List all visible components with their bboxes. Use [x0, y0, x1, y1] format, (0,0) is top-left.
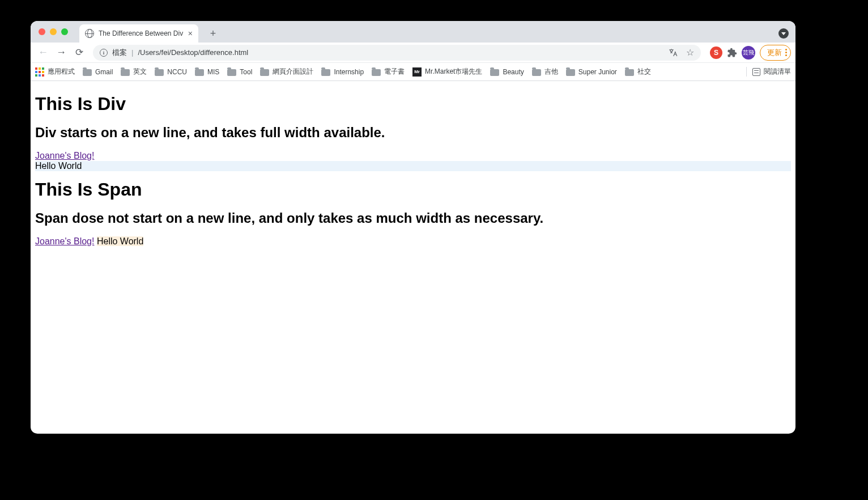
- minimize-window-button[interactable]: [50, 28, 57, 35]
- bookmark-gmail[interactable]: Gmail: [83, 68, 113, 76]
- tab-title: The Difference Between Div an: [99, 29, 184, 37]
- new-tab-button[interactable]: +: [205, 26, 221, 41]
- apps-shortcut[interactable]: 應用程式: [35, 67, 75, 77]
- address-path: /Users/fei/Desktop/difference.html: [138, 48, 248, 57]
- folder-icon: [321, 69, 330, 76]
- apps-label: 應用程式: [48, 67, 75, 77]
- folder-icon: [260, 69, 269, 76]
- browser-window: The Difference Between Div an × + i 檔案 |…: [31, 21, 795, 434]
- folder-icon: [625, 69, 634, 76]
- bookmark-tool[interactable]: Tool: [227, 68, 252, 76]
- bookmark-nccu[interactable]: NCCU: [155, 68, 187, 76]
- div-demo-link[interactable]: Joanne's Blog!: [35, 151, 94, 160]
- bookmark-ebook[interactable]: 電子書: [372, 67, 405, 77]
- subheading-span: Span dose not start on a new line, and o…: [35, 210, 791, 226]
- bookmark-guitar[interactable]: 吉他: [532, 67, 558, 77]
- bookmark-star-icon[interactable]: [686, 47, 694, 58]
- bookmark-internship[interactable]: Internship: [321, 68, 364, 76]
- subheading-div: Div starts on a new line, and takes full…: [35, 125, 791, 141]
- maximize-window-button[interactable]: [61, 28, 68, 35]
- div-demo-hello: Hello World: [35, 161, 791, 171]
- close-tab-button[interactable]: ×: [188, 29, 193, 38]
- mr-icon: Mr: [412, 67, 422, 77]
- folder-icon: [566, 69, 575, 76]
- reading-list-label: 閱讀清單: [764, 67, 791, 77]
- bookmark-superjunior[interactable]: Super Junior: [566, 68, 617, 76]
- reload-button[interactable]: [71, 45, 87, 61]
- reading-list-button[interactable]: 閱讀清單: [746, 67, 791, 77]
- folder-icon: [155, 69, 164, 76]
- folder-icon: [121, 69, 130, 76]
- bookmark-webdesign[interactable]: 網頁介面設計: [260, 67, 313, 77]
- tab-search-button[interactable]: [778, 28, 789, 39]
- extensions-area: S 芸飛 更新: [710, 45, 791, 61]
- tab-strip: The Difference Between Div an × +: [31, 21, 795, 43]
- browser-tab[interactable]: The Difference Between Div an ×: [79, 24, 198, 43]
- heading-span: This Is Span: [35, 179, 791, 200]
- close-window-button[interactable]: [39, 28, 45, 35]
- folder-icon: [532, 69, 541, 76]
- folder-icon: [372, 69, 381, 76]
- globe-icon: [85, 29, 94, 38]
- bookmark-social[interactable]: 社交: [625, 67, 651, 77]
- address-separator: |: [131, 48, 133, 57]
- back-button[interactable]: [35, 45, 51, 61]
- span-demo-link[interactable]: Joanne's Blog!: [35, 236, 94, 246]
- translate-icon[interactable]: [668, 48, 678, 58]
- forward-button[interactable]: [53, 45, 69, 61]
- update-label: 更新: [767, 48, 782, 58]
- page-viewport: This Is Div Div starts on a new line, an…: [31, 81, 795, 251]
- bookmark-mis[interactable]: MIS: [195, 68, 219, 76]
- folder-icon: [83, 69, 92, 76]
- span-demo-hello: Hello World: [97, 236, 143, 246]
- folder-icon: [227, 69, 236, 76]
- bookmark-mrmarket[interactable]: MrMr.Market市場先生: [412, 67, 482, 77]
- bookmark-beauty[interactable]: Beauty: [490, 68, 524, 76]
- extension-s-icon[interactable]: S: [710, 46, 722, 59]
- toolbar: i 檔案 | /Users/fei/Desktop/difference.htm…: [31, 43, 795, 63]
- window-controls: [39, 28, 68, 35]
- folder-icon: [195, 69, 204, 76]
- apps-grid-icon: [35, 67, 44, 77]
- bookmarks-bar: 應用程式 Gmail 英文 NCCU MIS Tool 網頁介面設計 Inter…: [31, 63, 795, 81]
- extensions-button[interactable]: [727, 48, 737, 58]
- folder-icon: [490, 69, 499, 76]
- address-scheme: 檔案: [112, 48, 127, 58]
- heading-div: This Is Div: [35, 94, 791, 115]
- update-button[interactable]: 更新: [760, 45, 791, 61]
- address-bar[interactable]: i 檔案 | /Users/fei/Desktop/difference.htm…: [93, 45, 701, 61]
- profile-avatar[interactable]: 芸飛: [742, 46, 755, 60]
- menu-icon[interactable]: [785, 49, 787, 56]
- site-info-icon[interactable]: i: [100, 49, 108, 57]
- reading-list-icon: [752, 68, 760, 76]
- bookmark-english[interactable]: 英文: [121, 67, 147, 77]
